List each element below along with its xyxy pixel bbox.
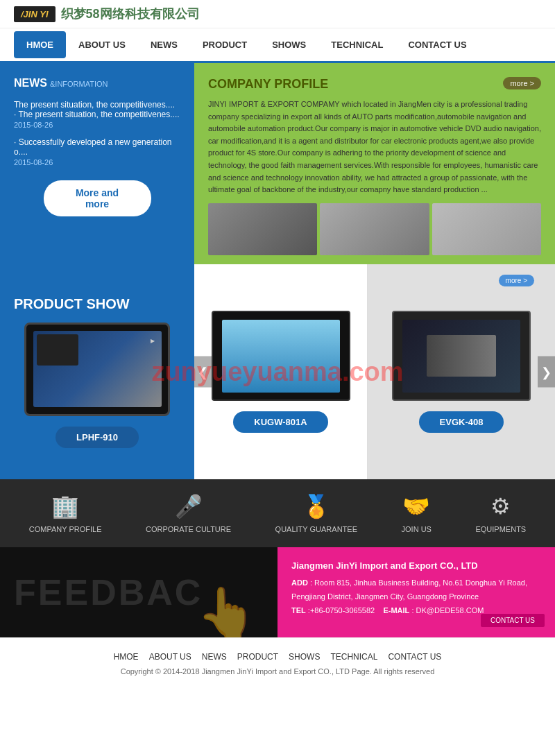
feedback-left: FEEDBAC 👆 [0,547,278,637]
bottom-nav-shows[interactable]: SHOWS [289,652,320,662]
product-title: PRODUCT SHOW [14,296,130,312]
arrow-left-icon[interactable]: ❮ [194,356,212,388]
footer-icon-quality[interactable]: 🏅 QUALITY GUARANTEE [275,493,357,533]
bottom-nav-home[interactable]: HMOE [114,652,139,662]
footer-icons-section: 🏢 COMPANY PROFILE 🎤 CORPORATE CULTURE 🏅 … [0,479,555,547]
product-item-2: KUGW-801A [194,264,368,479]
company-description: JINYI IMPORT & EXPORT COMPAMY which loca… [208,98,541,196]
company-section: COMPANY PROFILE more > JINYI IMPORT & EX… [194,63,555,264]
nav-bar: HMOE ABOUT US NEWS PRODUCT SHOWS TECHNIC… [0,28,555,63]
news-date-2: 2015-08-26 [14,158,180,166]
contact-us-button[interactable]: CONTACT US [481,614,545,627]
bottom-nav-news[interactable]: NEWS [202,652,227,662]
product-item-3: more > EVGK-408 [368,264,555,479]
feedback-address: ADD : Room 815, Jinhua Business Building… [291,576,541,604]
logo: /JIN YI 织梦58网络科技有限公司 [14,6,200,22]
bottom-nav-contact[interactable]: CONTACT US [388,652,441,662]
nav-item-shows[interactable]: SHOWS [259,31,318,58]
hand-icon: 👆 [196,584,257,637]
footer-label-equipment: EQUIPMENTS [475,525,526,533]
nav-item-news[interactable]: NEWS [138,31,190,58]
company-name: 织梦58网络科技有限公司 [61,6,200,22]
main-top: NEWS &INFORMATION The present situation,… [0,63,555,264]
microphone-icon: 🎤 [175,493,203,519]
feedback-company-name: Jiangmen JinYi Import and Export CO., LT… [291,558,541,574]
product-device-2 [212,311,350,401]
feedback-section: FEEDBAC 👆 Jiangmen JinYi Import and Expo… [0,547,555,637]
arrow-right-icon[interactable]: ❯ [538,356,555,388]
bottom-nav-product[interactable]: PRODUCT [237,652,278,662]
nav-item-technical[interactable]: TECHNICAL [318,31,395,58]
company-images [208,203,541,255]
news-title-1[interactable]: The present situation, the competitivene… [14,100,180,110]
bottom-nav-about[interactable]: ABOUT US [149,652,191,662]
copyright: Copyright © 2014-2018 Jiangmen JinYi Imp… [7,667,548,686]
medal-icon: 🏅 [302,493,330,519]
company-image-2 [320,203,429,255]
product-section: ❮ ❯ PRODUCT SHOW ▶ LPHF-910 KUGW-801A mo… [0,264,555,479]
footer-label-company: COMPANY PROFILE [29,525,102,533]
bottom-nav-technical[interactable]: TECHNICAL [330,652,377,662]
news-date-1: 2015-08-26 [14,121,180,129]
product-badge-2[interactable]: KUGW-801A [233,411,327,433]
feedback-text: FEEDBAC [14,572,203,613]
product-device-1: ▶ [24,323,170,416]
company-title: COMPANY PROFILE [208,77,541,92]
product-badge-3[interactable]: EVGK-408 [419,411,504,433]
product-more-button[interactable]: more > [499,275,534,286]
news-item-1: The present situation, the competitivene… [14,100,180,129]
footer-label-quality: QUALITY GUARANTEE [275,525,357,533]
company-image-3 [432,203,541,255]
product-item-1: PRODUCT SHOW ▶ LPHF-910 [0,264,194,479]
building-icon: 🏢 [51,493,79,519]
footer-icon-join[interactable]: 🤝 JOIN US [402,493,432,533]
more-button[interactable]: More and more [44,180,151,216]
product-device-3 [392,311,531,401]
company-more-button[interactable]: more > [503,77,541,89]
footer-label-join: JOIN US [402,525,432,533]
footer-icon-company[interactable]: 🏢 COMPANY PROFILE [29,493,102,533]
nav-item-contact[interactable]: CONTACT US [395,31,479,58]
news-section: NEWS &INFORMATION The present situation,… [0,63,194,264]
handshake-icon: 🤝 [402,493,430,519]
product-badge-1[interactable]: LPHF-910 [56,427,139,448]
footer-label-corporate: CORPORATE CULTURE [146,525,231,533]
footer-icon-equipment[interactable]: ⚙ EQUIPMENTS [475,493,526,533]
feedback-right: Jiangmen JinYi Import and Export CO., LT… [278,547,555,637]
logo-box: /JIN YI [14,6,56,22]
nav-item-home[interactable]: HMOE [14,31,66,58]
bottom-nav: HMOE ABOUT US NEWS PRODUCT SHOWS TECHNIC… [0,637,555,689]
nav-item-product[interactable]: PRODUCT [190,31,259,58]
company-image-1 [208,203,317,255]
bottom-nav-links: HMOE ABOUT US NEWS PRODUCT SHOWS TECHNIC… [7,652,548,662]
gear-icon: ⚙ [490,493,511,519]
nav-item-about[interactable]: ABOUT US [66,31,138,58]
logo-icon: /JIN YI [21,9,49,19]
news-item-2: · Successfully developed a new generatio… [14,137,180,166]
footer-icon-corporate[interactable]: 🎤 CORPORATE CULTURE [146,493,231,533]
news-title: NEWS &INFORMATION [14,77,180,89]
header: /JIN YI 织梦58网络科技有限公司 [0,0,555,28]
